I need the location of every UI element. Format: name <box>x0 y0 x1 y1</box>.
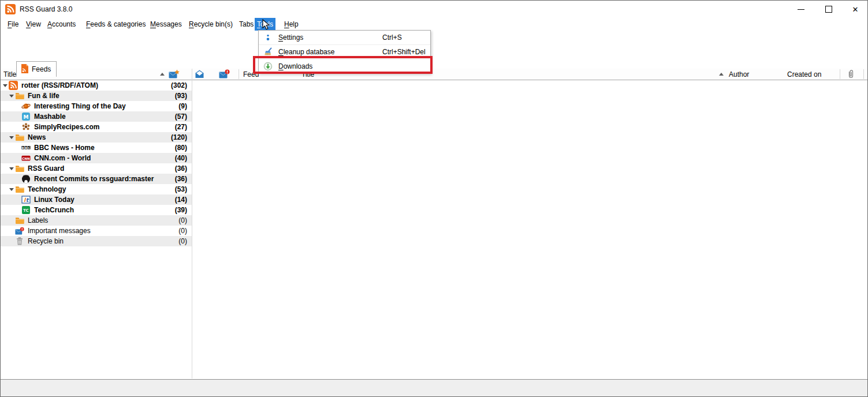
feed-title: Fun & life <box>28 92 175 100</box>
attachment-column-icon[interactable] <box>847 69 855 81</box>
feed-column-header[interactable]: Feed <box>243 70 259 78</box>
expand-arrow-icon[interactable] <box>9 167 15 170</box>
feed-list: rotter (RSS/RDF/ATOM)(302)Fun & life(93)… <box>1 80 192 246</box>
created-on-column-header[interactable]: Created on <box>787 70 821 78</box>
feed-unread-count: (53) <box>175 185 192 193</box>
menu-item-shortcut: Ctrl+Shift+Del <box>382 48 426 56</box>
fun-life-icon <box>15 91 24 100</box>
feed-row-interesting-thing-of-the-day[interactable]: Interesting Thing of the Day(9) <box>1 101 192 111</box>
expand-arrow-icon[interactable] <box>3 84 9 87</box>
feed-row-cnn-com-world[interactable]: CNNCNN.com - World(40) <box>1 153 192 163</box>
feed-unread-count: (14) <box>175 196 192 204</box>
svg-text:TC: TC <box>23 208 28 213</box>
feed-row-techcrunch[interactable]: TCTechCrunch(39) <box>1 205 192 215</box>
mashable-icon: M <box>21 112 31 121</box>
svg-text:B: B <box>25 147 27 149</box>
expand-arrow-icon[interactable] <box>9 95 15 98</box>
menubar-item-tools[interactable]: Tools <box>255 18 275 31</box>
importance-column-icon[interactable] <box>219 69 230 81</box>
menubar-item-tabs[interactable]: Tabs <box>237 18 256 31</box>
downloads-icon <box>263 62 273 71</box>
feed-unread-count: (40) <box>175 154 192 162</box>
feed-unread-count: (93) <box>175 92 192 100</box>
feed-title: BBC News - Home <box>34 144 175 152</box>
menu-bar: FileViewAccountsFeeds & categoriesMessag… <box>1 18 867 31</box>
sort-ascending-icon <box>160 73 165 76</box>
feed-unread-count: (302) <box>171 81 192 89</box>
window-title: RSS Guard 3.8.0 <box>20 5 72 13</box>
feed-unread-count: (27) <box>175 123 192 131</box>
labels-icon <box>15 216 24 225</box>
app-logo-rss-icon <box>5 4 16 14</box>
feed-row-fun-life[interactable]: Fun & life(93) <box>1 91 192 101</box>
menubar-item-messages[interactable]: Messages <box>148 18 184 31</box>
feed-title: Recycle bin <box>28 237 178 245</box>
feed-row-news[interactable]: News(120) <box>1 132 192 143</box>
menu-item-downloads[interactable]: Downloads <box>259 59 430 73</box>
unread-star-icon[interactable] <box>169 69 180 81</box>
feed-row-bbc-news-home[interactable]: BBCBBC News - Home(80) <box>1 143 192 153</box>
linux-today-icon: lt <box>21 195 31 204</box>
menubar-item-accounts[interactable]: Accounts <box>45 18 78 31</box>
sort-ascending-icon <box>719 73 724 76</box>
maximize-button[interactable] <box>818 1 839 18</box>
menubar-item-recycle-bin-s[interactable]: Recycle bin(s) <box>187 18 235 31</box>
menu-item-label: Settings <box>278 33 303 42</box>
feed-row-recycle-bin[interactable]: Recycle bin(0) <box>1 236 192 246</box>
feed-title: Labels <box>28 216 178 224</box>
feed-row-recent-commits-to-rssguard-master[interactable]: Recent Commits to rssguard:master(36) <box>1 174 192 184</box>
technology-icon <box>15 185 24 194</box>
minimize-button[interactable] <box>791 1 811 18</box>
author-column-header[interactable]: Author <box>729 70 749 78</box>
feed-unread-count: (39) <box>175 206 192 214</box>
feed-unread-count: (36) <box>175 175 192 183</box>
simplyrecipes-com-icon <box>21 122 31 132</box>
feed-title: Linux Today <box>34 196 175 204</box>
feed-row-simplyrecipes-com[interactable]: SimplyRecipes.com(27) <box>1 122 192 132</box>
expand-arrow-icon[interactable] <box>9 136 15 139</box>
cnn-com-world-icon: CNN <box>21 153 31 163</box>
toolbar <box>1 47 867 69</box>
expand-arrow-icon[interactable] <box>9 188 15 191</box>
feed-unread-count: (80) <box>175 144 192 152</box>
menubar-item-feeds-categories[interactable]: Feeds & categories <box>84 18 148 31</box>
feed-row-mashable[interactable]: MMashable(57) <box>1 111 192 122</box>
feed-row-technology[interactable]: Technology(53) <box>1 184 192 194</box>
status-bar <box>1 379 867 397</box>
message-list-panel <box>192 80 868 379</box>
recycle-bin-icon <box>15 237 24 246</box>
feed-row-labels[interactable]: Labels(0) <box>1 215 192 226</box>
feed-row-important-messages[interactable]: Important messages(0) <box>1 226 192 236</box>
feed-row-rotter-rss-rdf-atom[interactable]: rotter (RSS/RDF/ATOM)(302) <box>1 80 192 91</box>
svg-text:C: C <box>28 147 31 149</box>
menu-item-cleanup-database[interactable]: Cleanup databaseCtrl+Shift+Del <box>259 44 430 59</box>
menubar-item-help[interactable]: Help <box>282 18 301 31</box>
techcrunch-icon: TC <box>21 205 31 215</box>
menubar-item-view[interactable]: View <box>24 18 43 31</box>
feed-row-rss-guard[interactable]: RSS Guard(36) <box>1 163 192 174</box>
feed-title: SimplyRecipes.com <box>34 123 175 131</box>
important-messages-icon <box>15 226 24 235</box>
tab-bar: Feeds <box>1 31 867 47</box>
feed-row-linux-today[interactable]: ltLinux Today(14) <box>1 194 192 205</box>
menu-item-settings[interactable]: SettingsCtrl+S <box>259 31 430 44</box>
feed-title: News <box>28 133 171 141</box>
header-separator <box>239 69 239 79</box>
menu-item-shortcut: Ctrl+S <box>382 33 402 42</box>
feed-list-title-header[interactable]: Title <box>3 70 16 78</box>
menu-item-label: Downloads <box>278 62 312 70</box>
svg-text:M: M <box>24 114 29 120</box>
svg-text:CNN: CNN <box>22 157 30 160</box>
feed-list-panel: rotter (RSS/RDF/ATOM)(302)Fun & life(93)… <box>1 80 192 379</box>
feed-unread-count: (36) <box>175 164 192 173</box>
read-column-icon[interactable] <box>195 69 204 81</box>
svg-text:B: B <box>22 147 24 149</box>
feed-title: Important messages <box>28 227 178 235</box>
tab-feeds[interactable]: Feeds <box>16 61 57 77</box>
feed-title: CNN.com - World <box>34 154 175 162</box>
close-button[interactable]: ✕ <box>845 1 866 18</box>
close-icon: ✕ <box>852 6 859 13</box>
bbc-news-home-icon: BBC <box>21 143 31 152</box>
feeds-tab-label: Feeds <box>32 65 51 73</box>
menubar-item-file[interactable]: File <box>5 18 21 31</box>
